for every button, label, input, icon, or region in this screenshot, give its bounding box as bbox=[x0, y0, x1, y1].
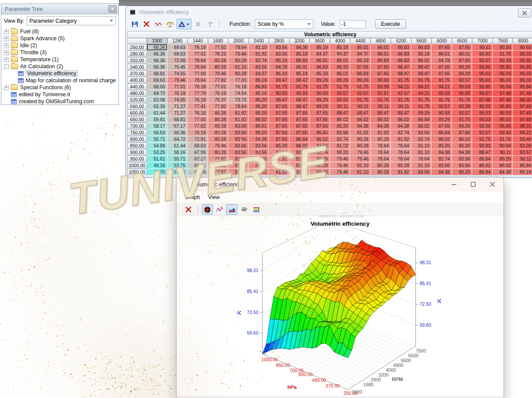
expand-icon[interactable]: + bbox=[4, 29, 9, 34]
tree-item-temperature-1[interactable]: +Temperature (1) bbox=[1, 56, 118, 63]
table-cell[interactable]: 85.19 bbox=[249, 77, 269, 84]
table-cell[interactable]: 78.64 bbox=[371, 143, 391, 149]
table-cell[interactable]: 83.56 bbox=[228, 129, 249, 136]
table-cell[interactable]: 91.75 bbox=[330, 84, 351, 90]
table-cell[interactable]: 95.03 bbox=[472, 116, 493, 123]
table-cell[interactable]: 80.28 bbox=[228, 57, 249, 64]
table-cell[interactable]: 86.01 bbox=[431, 51, 452, 57]
table-cell[interactable]: 89.29 bbox=[309, 103, 330, 110]
table-cell[interactable]: 83.56 bbox=[228, 143, 249, 149]
table-cell[interactable]: 83.56 bbox=[411, 169, 432, 175]
table-cell[interactable]: 92.57 bbox=[472, 57, 493, 64]
table-cell[interactable]: 86.01 bbox=[309, 57, 330, 64]
table-cell[interactable]: 82.74 bbox=[269, 149, 289, 156]
table-cell[interactable]: 66.36 bbox=[147, 64, 167, 70]
table-cell[interactable]: 98.31 bbox=[513, 123, 532, 129]
table-cell[interactable]: 78.64 bbox=[188, 77, 208, 84]
table-cell[interactable]: 89.29 bbox=[493, 156, 513, 162]
execute-button[interactable]: Execute bbox=[375, 19, 406, 29]
table-cell[interactable]: 66.36 bbox=[167, 129, 188, 136]
table-cell[interactable]: 66.36 bbox=[188, 162, 208, 169]
table-cell[interactable]: 82.74 bbox=[330, 136, 351, 143]
table-cell[interactable]: 64.72 bbox=[147, 90, 167, 97]
table-cell[interactable]: 95.85 bbox=[472, 84, 493, 90]
table-cell[interactable]: 90.11 bbox=[330, 103, 351, 110]
table-cell[interactable]: 81.92 bbox=[330, 143, 351, 149]
table-cell[interactable]: 80.28 bbox=[208, 64, 229, 70]
table-cell[interactable]: 93.39 bbox=[452, 103, 473, 110]
table-cell[interactable]: 77.03 bbox=[228, 77, 249, 84]
column-header[interactable]: 4000 bbox=[330, 38, 351, 44]
scales-button[interactable] bbox=[165, 19, 175, 29]
table-cell[interactable]: 86.84 bbox=[472, 169, 493, 175]
table-cell[interactable]: 94.21 bbox=[431, 84, 452, 90]
table-cell[interactable]: 81.10 bbox=[289, 162, 310, 169]
table-cell[interactable]: 85.19 bbox=[309, 44, 330, 51]
table-cell[interactable]: 90.11 bbox=[513, 156, 532, 162]
table-cell[interactable]: 65.54 bbox=[188, 169, 208, 175]
table-cell[interactable]: 80.28 bbox=[208, 110, 229, 116]
table-cell[interactable]: 79.46 bbox=[228, 51, 249, 57]
table-cell[interactable]: 81.10 bbox=[350, 169, 371, 175]
table-cell[interactable]: 86.02 bbox=[371, 116, 391, 123]
table-cell[interactable]: 95.03 bbox=[472, 77, 493, 84]
table-cell[interactable]: 91.75 bbox=[431, 97, 452, 103]
table-cell[interactable]: 85.19 bbox=[350, 57, 371, 64]
table-cell[interactable]: 86.84 bbox=[411, 116, 432, 123]
table-cell[interactable]: 82.74 bbox=[309, 149, 330, 156]
table-cell[interactable]: 80.28 bbox=[309, 156, 330, 162]
table-cell[interactable]: 86.83 bbox=[391, 51, 411, 57]
row-header[interactable]: 340.00 bbox=[127, 64, 147, 70]
table-cell[interactable]: 87.65 bbox=[350, 64, 371, 70]
table-cell[interactable]: 92.57 bbox=[472, 129, 493, 136]
table-cell[interactable]: 80.28 bbox=[208, 123, 229, 129]
table-cell[interactable]: 80.28 bbox=[208, 136, 229, 143]
table-cell[interactable]: 78.64 bbox=[371, 156, 391, 162]
table-cell[interactable]: 95.03 bbox=[472, 103, 493, 110]
column-header[interactable]: 1280 bbox=[167, 38, 188, 44]
table-cell[interactable]: 91.75 bbox=[391, 97, 411, 103]
table-cell[interactable]: 90.93 bbox=[289, 90, 310, 97]
table-cell[interactable]: 92.57 bbox=[513, 149, 532, 156]
table-cell[interactable]: 88.47 bbox=[289, 103, 310, 110]
table-cell[interactable]: 95.03 bbox=[493, 110, 513, 116]
table-cell[interactable]: 78.64 bbox=[188, 57, 208, 64]
table-cell[interactable]: 79.46 bbox=[330, 162, 351, 169]
table-cell[interactable]: 81.92 bbox=[269, 162, 289, 169]
table-cell[interactable]: 94.22 bbox=[513, 129, 532, 136]
table-cell[interactable]: 86.83 bbox=[330, 64, 351, 70]
table-cell[interactable]: 86.84 bbox=[431, 129, 452, 136]
table-cell[interactable]: 83.56 bbox=[431, 162, 452, 169]
table-cell[interactable]: 79.46 bbox=[350, 156, 371, 162]
table-cell[interactable]: 80.28 bbox=[208, 116, 229, 123]
table-cell[interactable]: 79.46 bbox=[208, 70, 229, 77]
table-cell[interactable]: 89.29 bbox=[330, 77, 351, 84]
table-cell[interactable]: 79.46 bbox=[350, 149, 371, 156]
table-cell[interactable]: 89.29 bbox=[452, 123, 473, 129]
table-cell[interactable]: 91.75 bbox=[493, 51, 513, 57]
table-cell[interactable]: 86.01 bbox=[411, 57, 432, 64]
maximize-button[interactable] bbox=[463, 178, 483, 191]
table-cell[interactable]: 95.85 bbox=[513, 64, 532, 70]
table-cell[interactable]: 86.01 bbox=[330, 57, 351, 64]
table-cell[interactable]: 69.63 bbox=[147, 77, 167, 84]
table-cell[interactable]: 85.19 bbox=[289, 70, 310, 77]
table-cell[interactable]: 81.92 bbox=[391, 136, 411, 143]
table-cell[interactable]: 80.28 bbox=[391, 162, 411, 169]
table-cell[interactable]: 55.71 bbox=[167, 156, 188, 162]
menu-graph[interactable]: Graph bbox=[181, 193, 204, 202]
table-cell[interactable]: 81.10 bbox=[228, 64, 249, 70]
surface-chart[interactable]: 59.6059.6072.5072.5085.4185.4198.3198.31… bbox=[177, 215, 504, 396]
table-cell[interactable]: 87.65 bbox=[269, 116, 289, 123]
table-cell[interactable]: 56.53 bbox=[147, 129, 167, 136]
table-cell[interactable]: 85.20 bbox=[452, 143, 473, 149]
table-cell[interactable]: 90.11 bbox=[350, 103, 371, 110]
table-cell[interactable]: 97.48 bbox=[513, 90, 532, 97]
table-cell[interactable]: 91.76 bbox=[493, 136, 513, 143]
table-cell[interactable]: 89.29 bbox=[309, 77, 330, 84]
table-cell[interactable]: 84.38 bbox=[391, 123, 411, 129]
table-cell[interactable]: 80.28 bbox=[208, 57, 229, 64]
rotate-grip-right-icon[interactable] bbox=[437, 299, 441, 303]
menu-view[interactable]: View bbox=[204, 193, 224, 202]
table-cell[interactable]: 69.63 bbox=[167, 51, 188, 57]
